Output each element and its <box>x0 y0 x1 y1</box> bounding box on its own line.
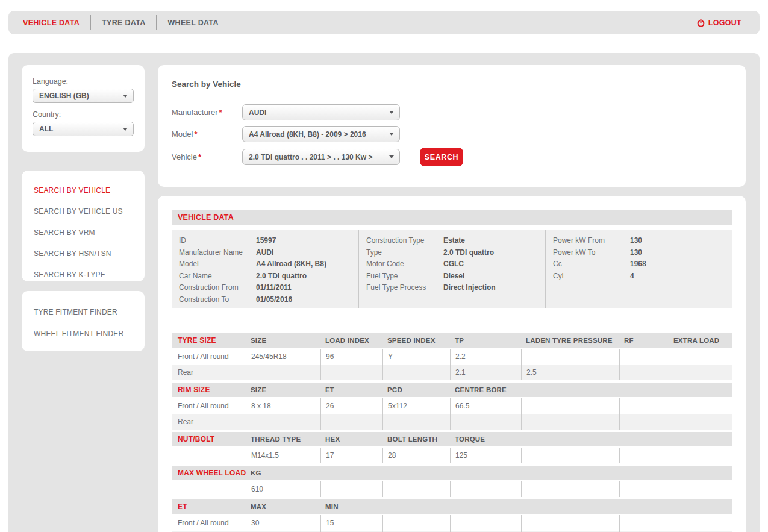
info-label: Construction Type <box>366 235 443 247</box>
table-header-row: RIM SIZESIZEETPCDCENTRE BORE <box>172 383 732 397</box>
model-select[interactable]: A4 Allroad (8KH, B8) - 2009 > 2016 <box>242 126 400 142</box>
language-label: Language: <box>33 77 134 86</box>
main-nav: VEHICLE DATA TYRE DATA WHEEL DATA LOGOUT <box>8 11 760 34</box>
language-select[interactable]: ENGLISH (GB) <box>33 89 134 103</box>
sidebar-item-wheel-fitment-finder[interactable]: WHEEL FITMENT FINDER <box>34 330 145 338</box>
vehicle-data-section-header: VEHICLE DATA <box>172 210 732 225</box>
info-value: CGLC <box>443 258 464 271</box>
fitment-table: TYRE SIZESIZELOAD INDEXSPEED INDEXTPLADE… <box>172 333 732 380</box>
table-section-label: TYRE SIZE <box>172 336 246 345</box>
table-cell <box>619 515 669 531</box>
fitment-table: NUT/BOLTTHREAD TYPEHEXBOLT LENGTHTORQUEM… <box>172 432 732 463</box>
table-cell <box>669 414 732 430</box>
info-value: 15997 <box>256 235 276 247</box>
info-label: Motor Code <box>366 258 443 271</box>
info-row: Construction TypeEstate <box>366 235 545 247</box>
table-cell <box>382 515 450 531</box>
info-label: Model <box>179 258 256 271</box>
required-asterisk: * <box>198 152 201 161</box>
row-label-cell: Rear <box>172 414 246 430</box>
table-cell <box>619 365 669 380</box>
model-label: Model* <box>172 130 242 139</box>
page-title: Search by Vehicle <box>172 80 732 89</box>
search-button[interactable]: SEARCH <box>420 148 463 166</box>
table-section-label: NUT/BOLT <box>172 435 246 443</box>
table-cell: 28 <box>382 448 450 463</box>
info-row: Type2.0 TDI quattro <box>366 247 545 259</box>
table-cell <box>521 398 619 414</box>
table-cell <box>619 349 669 365</box>
table-cell: 2.2 <box>450 349 521 365</box>
table-header-cell: RF <box>619 337 669 344</box>
info-label: Construction From <box>179 282 256 294</box>
table-header-cell: PCD <box>382 386 450 393</box>
table-row: Front / All round8 x 18265x11266.5 <box>172 398 732 414</box>
table-header-cell: LOAD INDEX <box>320 337 382 344</box>
logout-button[interactable]: LOGOUT <box>697 19 741 27</box>
country-select-value: ALL <box>39 125 53 133</box>
table-header-cell: THREAD TYPE <box>246 436 320 443</box>
chevron-down-icon <box>123 128 128 131</box>
table-header-cell: TORQUE <box>450 436 521 443</box>
vehicle-select[interactable]: 2.0 TDI quattro . . 2011 > . . 130 Kw > <box>242 149 400 165</box>
info-value: 4 <box>630 271 634 283</box>
table-rows: Front / All round8 x 18265x11266.5Rear <box>172 398 732 430</box>
info-value: Direct Injection <box>443 282 496 294</box>
nav-item-tyre-data[interactable]: TYRE DATA <box>102 19 145 27</box>
row-label-cell: Front / All round <box>172 398 246 414</box>
vehicle-label: Vehicle* <box>172 152 242 161</box>
table-cell <box>320 481 382 497</box>
sidebar-item-search-by-hsn-tsn[interactable]: SEARCH BY HSN/TSN <box>34 249 145 258</box>
table-header-cell: HEX <box>320 436 382 443</box>
manufacturer-select[interactable]: AUDI <box>242 104 400 120</box>
table-header-row: TYRE SIZESIZELOAD INDEXSPEED INDEXTPLADE… <box>172 333 732 348</box>
table-cell: 17 <box>320 448 382 463</box>
sidebar-item-search-by-vehicle[interactable]: SEARCH BY VEHICLE <box>34 186 145 195</box>
vehicle-data-panel: VEHICLE DATA ID15997Manufacturer NameAUD… <box>158 196 746 532</box>
chevron-down-icon <box>389 133 394 136</box>
manufacturer-select-value: AUDI <box>249 108 266 117</box>
table-cell: 30 <box>246 515 320 531</box>
vehicle-row: Vehicle* 2.0 TDI quattro . . 2011 > . . … <box>172 148 732 166</box>
table-cell <box>619 398 669 414</box>
required-asterisk: * <box>194 130 197 139</box>
nav-divider <box>156 15 157 30</box>
info-row: Construction To01/05/2016 <box>179 294 358 306</box>
nav-divider <box>90 15 91 30</box>
model-row: Model* A4 Allroad (8KH, B8) - 2009 > 201… <box>172 126 732 142</box>
table-cell <box>619 448 669 463</box>
row-label-cell: Rear <box>172 365 246 380</box>
nav-item-wheel-data[interactable]: WHEEL DATA <box>167 19 218 27</box>
sidebar-item-tyre-fitment-finder[interactable]: TYRE FITMENT FINDER <box>34 308 145 316</box>
table-header-row: MAX WHEEL LOADKG <box>172 466 732 480</box>
info-value: 130 <box>630 247 642 259</box>
vehicle-data-info-grid: ID15997Manufacturer NameAUDIModelA4 Allr… <box>172 230 732 308</box>
info-column: Construction TypeEstateType2.0 TDI quatt… <box>358 230 545 308</box>
table-header-cell: CENTRE BORE <box>450 386 521 393</box>
table-cell: 26 <box>320 398 382 414</box>
nav-item-vehicle-data[interactable]: VEHICLE DATA <box>23 19 80 27</box>
table-cell <box>521 349 619 365</box>
info-row: Cc1968 <box>553 258 732 271</box>
table-header-cell: SIZE <box>246 337 320 344</box>
table-row: Front / All round245/45R1896Y2.2 <box>172 349 732 365</box>
table-cell: 610 <box>246 481 320 497</box>
info-label: Manufacturer Name <box>179 247 256 259</box>
table-cell <box>382 481 450 497</box>
country-select[interactable]: ALL <box>33 122 134 136</box>
sidebar-item-search-by-vrm[interactable]: SEARCH BY VRM <box>34 228 145 237</box>
table-cell <box>450 481 521 497</box>
table-header-cell: TP <box>450 337 521 344</box>
info-column: ID15997Manufacturer NameAUDIModelA4 Allr… <box>172 230 358 308</box>
sidebar-item-search-by-vehicle-us[interactable]: SEARCH BY VEHICLE US <box>34 207 145 216</box>
sidebar-item-search-by-k-type[interactable]: SEARCH BY K-TYPE <box>34 271 145 279</box>
table-cell <box>320 365 382 380</box>
table-cell <box>619 414 669 430</box>
table-rows: Front / All round3015Rear3015 <box>172 515 732 532</box>
table-cell: 96 <box>320 349 382 365</box>
table-row: 610 <box>172 481 732 497</box>
table-cell: 125 <box>450 448 521 463</box>
table-cell <box>320 414 382 430</box>
info-value: 01/11/2011 <box>256 282 292 294</box>
model-select-value: A4 Allroad (8KH, B8) - 2009 > 2016 <box>249 130 366 139</box>
